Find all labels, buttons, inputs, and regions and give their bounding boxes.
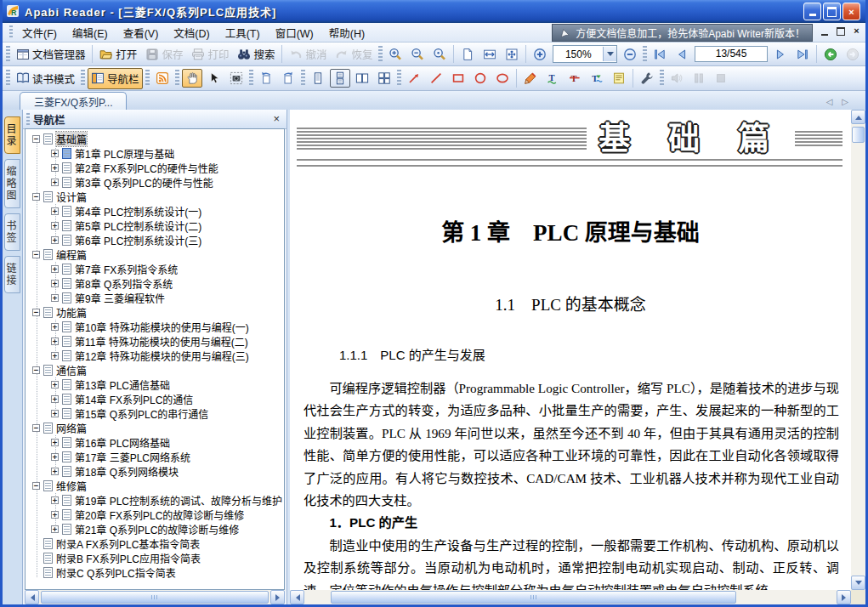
note-button[interactable] [609, 69, 629, 88]
collapse-icon[interactable]: − [32, 424, 40, 432]
scroll-right-icon[interactable] [270, 590, 285, 604]
expand-icon[interactable]: + [51, 323, 59, 331]
panel-grip[interactable] [26, 113, 30, 125]
tree-item[interactable]: +第7章 FX系列指令系统 [26, 262, 284, 276]
expand-icon[interactable]: + [51, 236, 59, 244]
tree-item[interactable]: +第3章 Q系列PLC的硬件与性能 [26, 175, 284, 190]
zoom-out-button[interactable] [407, 45, 428, 64]
expand-icon[interactable]: + [51, 352, 59, 360]
snapshot-tool-button[interactable] [226, 69, 247, 88]
scroll-down-icon[interactable] [851, 576, 865, 590]
scroll-left-icon[interactable] [290, 590, 304, 604]
tree-item[interactable]: +第12章 特殊功能模块的使用与编程(三) [26, 349, 284, 363]
tree-item[interactable]: 附录A FX系列PLC基本指令简表 [26, 536, 284, 551]
rotate-left-button[interactable] [256, 69, 276, 88]
tree-item[interactable]: +第4章 PLC控制系统设计(一) [26, 204, 284, 218]
tree-item[interactable]: +第20章 FX系列PLC的故障诊断与维修 [26, 508, 284, 522]
sidebar-tab-3[interactable]: 链接 [4, 256, 20, 293]
panel-close-icon[interactable]: × [269, 113, 283, 125]
collapse-icon[interactable]: − [32, 482, 40, 490]
zoom-level-combo[interactable]: 150% [553, 45, 617, 63]
zoom-actual-button[interactable] [429, 45, 450, 64]
expand-icon[interactable]: + [51, 280, 59, 287]
next-page-button[interactable] [770, 45, 791, 64]
tree-item[interactable]: +第10章 特殊功能模块的使用与编程(一) [26, 320, 284, 334]
first-page-button[interactable] [650, 45, 670, 64]
draw-arrow-button[interactable] [404, 69, 424, 88]
tree-item[interactable]: +第21章 Q系列PLC的故障诊断与维修 [26, 522, 284, 536]
menu-item-5[interactable]: 窗口(W) [268, 26, 321, 42]
collapse-icon[interactable]: − [32, 251, 40, 258]
text-wave-button[interactable]: T [587, 69, 607, 88]
scroll-up-icon[interactable] [851, 110, 865, 124]
layout-grid-button[interactable] [374, 69, 394, 88]
mdi-minimize-button[interactable] [819, 26, 830, 37]
minimize-button[interactable] [803, 3, 821, 20]
tree-item[interactable]: +第1章 PLC原理与基础 [26, 146, 284, 161]
tree-item[interactable]: 附录C Q系列PLC指令简表 [26, 565, 284, 580]
tree-item[interactable]: +第6章 PLC控制系统设计(三) [26, 233, 284, 247]
tree-item[interactable]: +第16章 PLC网络基础 [26, 435, 284, 450]
expand-icon[interactable]: + [51, 164, 59, 172]
expand-icon[interactable]: + [51, 294, 59, 302]
expand-icon[interactable]: + [51, 496, 59, 504]
tree-item[interactable]: +第13章 PLC通信基础 [26, 377, 284, 392]
doc-manager-button[interactable]: 文档管理器 [13, 43, 89, 65]
expand-icon[interactable]: + [51, 453, 59, 461]
tree-item[interactable]: +第11章 特殊功能模块的使用与编程(二) [26, 334, 284, 349]
select-tool-button[interactable] [204, 69, 224, 88]
expand-icon[interactable]: + [51, 468, 59, 475]
history-back-button[interactable] [820, 45, 841, 64]
expand-icon[interactable]: + [51, 179, 59, 186]
text-underline-button[interactable]: T [542, 69, 563, 88]
open-button[interactable]: 打开 [96, 43, 140, 65]
tree-item[interactable]: +第15章 Q系列PLC的串行通信 [26, 406, 284, 421]
menu-item-6[interactable]: 帮助(H) [321, 26, 372, 42]
nav-horizontal-scrollbar[interactable] [25, 590, 285, 604]
rotate-right-button[interactable] [278, 69, 298, 88]
scroll-left-icon[interactable] [25, 590, 39, 604]
tree-item[interactable]: +第18章 Q系列网络模块 [26, 464, 284, 479]
expand-icon[interactable]: + [51, 511, 59, 519]
highlight-pen-button[interactable] [520, 69, 541, 88]
draw-line-button[interactable] [426, 69, 446, 88]
nav-scroll-thumb[interactable] [41, 591, 269, 604]
menu-item-4[interactable]: 工具(T) [218, 26, 268, 42]
page-number-input[interactable]: 13/545 [695, 46, 768, 62]
collapse-icon[interactable]: − [32, 135, 40, 143]
tree-item[interactable]: +第8章 Q系列指令系统 [26, 276, 284, 291]
sidebar-tab-1[interactable]: 缩略图 [4, 159, 20, 208]
expand-icon[interactable]: + [51, 338, 59, 345]
nav-panel-button[interactable]: 导航栏 [88, 68, 143, 89]
chevron-down-icon[interactable] [603, 47, 616, 61]
scroll-right-icon[interactable] [837, 590, 851, 604]
collapse-icon[interactable]: − [32, 366, 40, 374]
tree-item[interactable]: +第14章 FX系列PLC的通信 [26, 392, 284, 406]
expand-icon[interactable]: + [51, 222, 59, 230]
draw-rect-button[interactable] [448, 69, 468, 88]
layout-facing-button[interactable] [352, 69, 372, 88]
sidebar-tab-2[interactable]: 书签 [4, 213, 20, 251]
tree-item[interactable]: −设计篇 [26, 190, 284, 204]
menu-item-2[interactable]: 查看(V) [116, 26, 167, 42]
tree-item[interactable]: +第17章 三菱PLC网络系统 [26, 450, 284, 464]
tree-item[interactable]: −网络篇 [26, 421, 284, 435]
collapse-icon[interactable]: − [32, 193, 40, 201]
fit-width-button[interactable] [479, 45, 500, 64]
menu-item-1[interactable]: 编辑(E) [65, 26, 116, 42]
tree-item[interactable]: −通信篇 [26, 363, 284, 377]
expand-icon[interactable]: + [51, 150, 59, 157]
collapse-icon[interactable]: − [32, 309, 40, 316]
vertical-scroll-thumb[interactable] [852, 127, 865, 143]
document-tab[interactable]: 三菱FX/Q系列P... [20, 92, 127, 110]
restore-button[interactable] [823, 3, 841, 20]
horizontal-scrollbar[interactable] [290, 590, 851, 604]
menu-item-3[interactable]: 文档(D) [166, 26, 217, 42]
tree-item[interactable]: +第9章 三菱编程软件 [26, 291, 284, 305]
tab-scroll-arrows[interactable]: ◁ ▷ [826, 97, 852, 106]
expand-icon[interactable]: + [51, 525, 59, 533]
text-strike-button[interactable]: T [564, 69, 585, 88]
draw-ellipse-button[interactable] [492, 69, 513, 88]
vertical-scrollbar[interactable] [851, 110, 865, 590]
sidebar-tab-0[interactable]: 目录 [4, 116, 20, 154]
